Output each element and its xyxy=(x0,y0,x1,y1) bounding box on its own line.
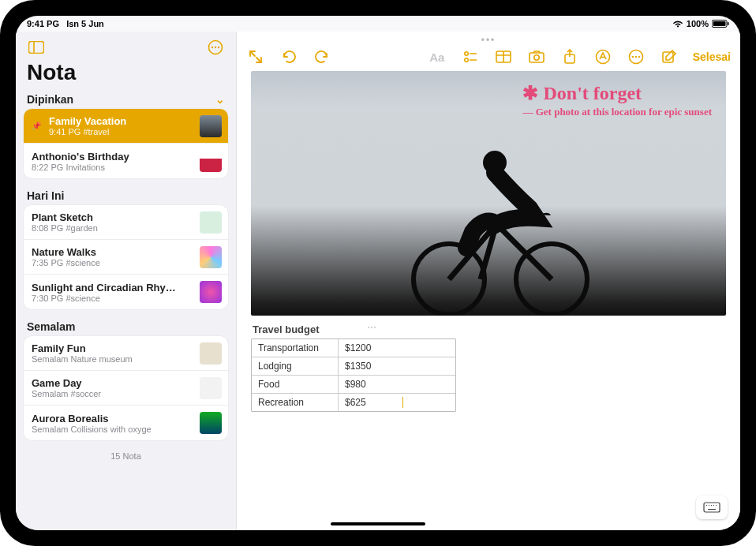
done-button[interactable]: Selesai xyxy=(693,50,731,63)
note-item-family-fun[interactable]: Family Fun Semalam Nature museum xyxy=(24,336,228,371)
ipad-frame: 9:41 PG Isn 5 Jun 100% xyxy=(0,0,756,546)
note-item-family-vacation[interactable]: 📌 Family Vacation 9:41 PG #travel xyxy=(24,109,228,144)
status-date: Isn 5 Jun xyxy=(66,19,104,28)
svg-rect-3 xyxy=(29,42,44,54)
pinned-list: 📌 Family Vacation 9:41 PG #travel Anthon… xyxy=(24,109,228,178)
sidebar-more-button[interactable] xyxy=(204,36,226,58)
undo-icon[interactable] xyxy=(279,47,298,66)
wifi-icon xyxy=(672,20,683,28)
note-content: ••• Aa Selesai xyxy=(237,32,740,530)
svg-point-23 xyxy=(638,56,640,58)
table-row[interactable]: Recreation $625 xyxy=(252,394,455,411)
svg-point-7 xyxy=(215,47,216,48)
note-title: Aurora Borealis xyxy=(32,413,193,424)
section-today-header[interactable]: Hari Ini xyxy=(16,185,236,204)
svg-point-9 xyxy=(465,52,468,55)
cell-label[interactable]: Recreation xyxy=(252,394,339,411)
note-sub: 9:41 PG #travel xyxy=(49,127,193,136)
cell-value[interactable]: $1200 xyxy=(339,339,455,357)
note-body[interactable]: ✱ Don't forget — Get photo at this locat… xyxy=(237,71,740,530)
svg-point-17 xyxy=(534,55,539,60)
table-row[interactable]: Transportation $1200 xyxy=(252,339,455,357)
note-item-aurora-borealis[interactable]: Aurora Borealis Semalam Collisions with … xyxy=(24,406,228,440)
text-cursor xyxy=(402,397,403,408)
svg-rect-16 xyxy=(530,53,544,62)
expand-icon[interactable] xyxy=(246,47,265,66)
note-sub: Semalam Collisions with oxyge xyxy=(32,424,193,434)
note-sub: Semalam Nature museum xyxy=(32,354,193,364)
checklist-icon[interactable] xyxy=(461,47,480,66)
handwriting-annotation: ✱ Don't forget — Get photo at this locat… xyxy=(522,82,712,118)
note-sub: 7:35 PG #science xyxy=(32,258,193,267)
sidebar-footer-count: 15 Nota xyxy=(16,447,236,467)
note-sub: 8:08 PG #garden xyxy=(32,223,193,233)
section-yesterday-header[interactable]: Semalam xyxy=(16,316,236,335)
svg-point-8 xyxy=(218,47,219,48)
markup-icon[interactable] xyxy=(593,47,612,66)
note-thumbnail xyxy=(200,150,222,172)
sidebar-toggle-button[interactable] xyxy=(25,36,47,58)
chevron-down-icon: ⌄ xyxy=(215,93,225,106)
note-thumbnail xyxy=(200,412,222,434)
compose-icon[interactable] xyxy=(660,47,679,66)
note-item-plant-sketch[interactable]: Plant Sketch 8:08 PG #garden xyxy=(24,205,228,240)
battery-pct: 100% xyxy=(687,19,709,28)
table-title: Travel budget xyxy=(253,323,320,335)
app-body: Nota Dipinkan ⌄ 📌 Family Vacation 9:41 P… xyxy=(16,32,740,530)
note-thumbnail xyxy=(200,281,222,303)
cyclist-silhouette xyxy=(394,114,599,316)
table-column-handle[interactable]: ⋯ xyxy=(367,322,378,333)
note-thumbnail xyxy=(200,377,222,399)
svg-point-10 xyxy=(465,58,468,62)
note-thumbnail xyxy=(200,115,222,137)
budget-table[interactable]: Transportation $1200 Lodging $1350 Food … xyxy=(251,338,456,412)
note-sub: 8:22 PG Invitations xyxy=(32,163,193,172)
cell-value[interactable]: $625 xyxy=(339,394,455,411)
section-pinned-header[interactable]: Dipinkan ⌄ xyxy=(16,88,236,107)
table-row[interactable]: Lodging $1350 xyxy=(252,357,455,376)
table-row[interactable]: Food $980 xyxy=(252,376,455,394)
section-yesterday-label: Semalam xyxy=(27,320,75,333)
svg-rect-2 xyxy=(728,22,729,25)
section-today-label: Hari Ini xyxy=(27,189,64,202)
cell-value[interactable]: $980 xyxy=(339,376,455,393)
note-toolbar: Aa Selesai xyxy=(237,46,740,71)
note-item-nature-walks[interactable]: Nature Walks 7:35 PG #science xyxy=(24,240,228,275)
cell-label[interactable]: Lodging xyxy=(252,357,339,375)
annotation-body: — Get photo at this location for epic su… xyxy=(522,106,712,118)
note-sub: 7:30 PG #science xyxy=(32,294,193,303)
note-thumbnail xyxy=(200,342,222,365)
svg-rect-1 xyxy=(713,21,726,26)
section-pinned-label: Dipinkan xyxy=(27,93,73,106)
redo-icon[interactable] xyxy=(313,47,331,66)
screen: 9:41 PG Isn 5 Jun 100% xyxy=(16,16,740,530)
hero-image[interactable]: ✱ Don't forget — Get photo at this locat… xyxy=(251,71,726,316)
more-icon[interactable] xyxy=(627,47,646,66)
svg-point-6 xyxy=(211,47,213,48)
note-item-sunlight-circadian[interactable]: Sunlight and Circadian Rhy… 7:30 PG #sci… xyxy=(24,275,228,309)
note-title: Family Fun xyxy=(32,342,193,354)
sidebar-title: Nota xyxy=(16,58,236,88)
status-bar: 9:41 PG Isn 5 Jun 100% xyxy=(16,16,740,32)
cell-label[interactable]: Food xyxy=(252,376,339,393)
note-item-game-day[interactable]: Game Day Semalam #soccer xyxy=(24,371,228,406)
yesterday-list: Family Fun Semalam Nature museum Game Da… xyxy=(24,336,228,440)
home-indicator[interactable] xyxy=(331,522,425,525)
battery-icon xyxy=(712,20,729,28)
table-icon[interactable] xyxy=(494,47,513,66)
camera-icon[interactable] xyxy=(527,47,546,66)
svg-point-21 xyxy=(632,56,634,58)
sidebar: Nota Dipinkan ⌄ 📌 Family Vacation 9:41 P… xyxy=(16,32,237,530)
pin-icon: 📌 xyxy=(32,122,41,130)
status-left: 9:41 PG Isn 5 Jun xyxy=(27,19,104,28)
text-format-icon[interactable]: Aa xyxy=(428,47,447,66)
keyboard-button[interactable] xyxy=(696,496,728,519)
share-icon[interactable] xyxy=(560,47,579,66)
window-drag-handle[interactable]: ••• xyxy=(477,32,500,46)
annotation-title: ✱ Don't forget xyxy=(522,82,712,104)
cell-value[interactable]: $1350 xyxy=(339,357,455,375)
note-title: Anthonio's Birthday xyxy=(32,151,193,163)
note-item-anthonio-birthday[interactable]: Anthonio's Birthday 8:22 PG Invitations xyxy=(24,144,228,178)
note-thumbnail xyxy=(200,246,222,268)
cell-label[interactable]: Transportation xyxy=(252,339,339,357)
